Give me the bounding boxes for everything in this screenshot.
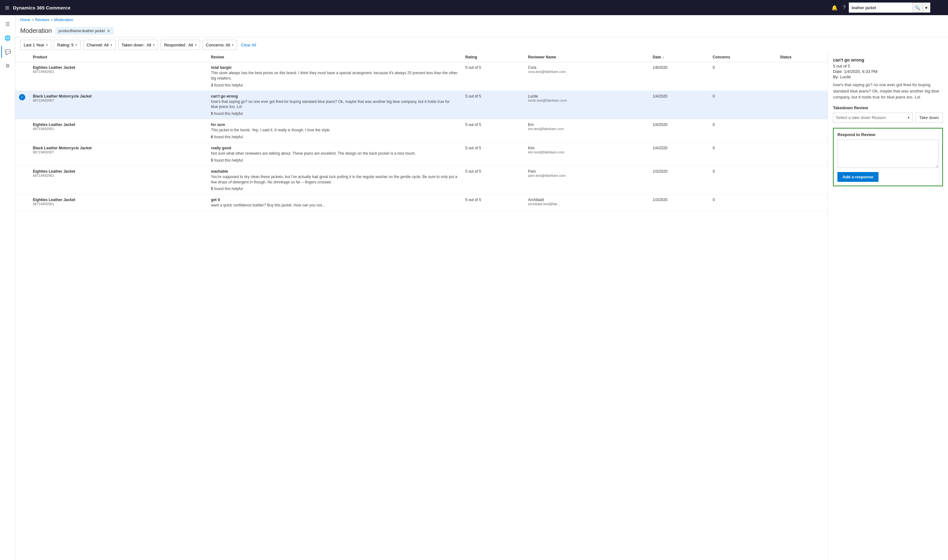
breadcrumb-current[interactable]: Moderation — [54, 18, 73, 22]
responded-filter-chevron: ▾ — [195, 43, 196, 47]
page-header: Moderation productName:leather jacket ✕ — [15, 25, 948, 37]
row-concerns: 0 — [709, 91, 776, 119]
row-product: Black Leather Motorcycle Jacket687194929… — [29, 142, 207, 166]
search-dropdown-button[interactable]: ▾ — [922, 3, 930, 12]
product-id: 68719492901 — [33, 202, 204, 206]
rating-filter-chevron: ▾ — [76, 43, 77, 47]
review-title: get it — [211, 198, 458, 202]
respond-label: Respond to Review — [837, 132, 939, 137]
takedown-button[interactable]: Take down — [915, 113, 943, 123]
breadcrumb: Home > Reviews > Moderation — [15, 15, 948, 25]
th-review: Review — [207, 52, 462, 62]
row-concerns: 0 — [709, 194, 776, 211]
main-content: Home > Reviews > Moderation Moderation p… — [15, 15, 948, 560]
search-input[interactable] — [849, 3, 912, 12]
table-row[interactable]: Eighties Leather Jacket68719492901for su… — [15, 119, 828, 143]
th-check — [15, 52, 29, 62]
review-text: You're supposed to dry clean these jacke… — [211, 174, 458, 185]
respond-button[interactable]: Add a response — [837, 172, 879, 182]
detail-rating: 5 out of 5 — [833, 64, 943, 69]
row-concerns: 0 — [709, 142, 776, 166]
channel-filter-chevron: ▾ — [111, 43, 112, 47]
reviews-sidebar-icon[interactable]: 💬 — [1, 45, 14, 58]
helpful-text: 5 found this helpful — [211, 158, 458, 163]
reviewer-name: Cora — [528, 65, 645, 70]
takendown-filter-label: Taken down : All — [122, 43, 151, 47]
row-reviewer: Coracora.test@fabrikam.com — [524, 62, 649, 91]
row-check[interactable]: ✓ — [15, 91, 29, 119]
filter-tag: productName:leather jacket ✕ — [56, 28, 113, 34]
row-check[interactable] — [15, 166, 29, 194]
row-rating: 5 out of 5 — [462, 194, 524, 211]
th-date[interactable]: Date — [649, 52, 709, 62]
filter-tag-close[interactable]: ✕ — [107, 28, 111, 34]
row-check[interactable] — [15, 142, 29, 166]
row-status — [776, 62, 828, 91]
review-title: can't go wrong — [211, 94, 458, 98]
breadcrumb-reviews[interactable]: Reviews — [35, 18, 49, 22]
breadcrumb-sep2: > — [51, 18, 53, 22]
row-review: washableYou're supposed to dry clean the… — [207, 166, 462, 194]
detail-text: how's that saying go? no one ever got fi… — [833, 82, 943, 100]
reviewer-name: Kim — [528, 146, 645, 150]
table-row[interactable]: Black Leather Motorcycle Jacket687194929… — [15, 142, 828, 166]
detail-title: can't go wrong — [833, 57, 943, 63]
helpful-text: 6 found this helpful — [211, 135, 458, 139]
channel-filter-label: Channel: All — [86, 43, 108, 47]
detail-by: By: Lucile — [833, 74, 943, 79]
notification-icon[interactable]: 🔔 — [831, 5, 838, 11]
table-container: Product Review Rating Reviewer Name Date… — [15, 52, 948, 560]
help-icon[interactable]: ? — [843, 5, 846, 11]
menu-sidebar-icon[interactable]: ☰ — [1, 18, 14, 30]
table-row[interactable]: Eighties Leather Jacket68719492901get it… — [15, 194, 828, 211]
row-product: Eighties Leather Jacket68719492901 — [29, 62, 207, 91]
reviewer-email: pam.test@fabrikam.com — [528, 174, 645, 177]
table-row[interactable]: ✓Black Leather Motorcycle Jacket68719492… — [15, 91, 828, 119]
table-row[interactable]: Eighties Leather Jacket68719492901total … — [15, 62, 828, 91]
globe-icon[interactable]: 🌐 — [1, 32, 14, 44]
row-date: 1/8/2020 — [649, 62, 709, 91]
row-product: Eighties Leather Jacket68719492901 — [29, 166, 207, 194]
grid-icon[interactable]: ⊞ — [5, 5, 9, 11]
helpful-text: 3 found this helpful — [211, 83, 458, 88]
reviewer-email: kim.test@fabrikam.com — [528, 150, 645, 154]
concerns-filter-button[interactable]: Concerns: All ▾ — [202, 40, 237, 50]
takedown-reason-dropdown[interactable]: Select a take down Reason ▾ — [833, 113, 912, 123]
product-name: Black Leather Motorcycle Jacket — [33, 146, 204, 150]
review-title: really good — [211, 146, 458, 150]
table-row[interactable]: Eighties Leather Jacket68719492901washab… — [15, 166, 828, 194]
concerns-filter-chevron: ▾ — [232, 43, 233, 47]
rating-filter-button[interactable]: Rating: 5 ▾ — [54, 40, 80, 50]
reviewer-email: cora.test@fabrikam.com — [528, 70, 645, 74]
row-review: really goodNot sure what other reviewers… — [207, 142, 462, 166]
takendown-filter-button[interactable]: Taken down : All ▾ — [118, 40, 158, 50]
date-filter-button[interactable]: Last 1 Year ▾ — [20, 40, 51, 50]
review-text: Not sure what other reviewers are talkin… — [211, 151, 458, 156]
row-check[interactable] — [15, 194, 29, 211]
channel-filter-button[interactable]: Channel: All ▾ — [83, 40, 115, 50]
takedown-section: Takedown Review Select a take down Reaso… — [833, 105, 943, 123]
respond-textarea[interactable] — [837, 140, 939, 168]
reviewer-email: lucile.test@fabrikam.com — [528, 98, 645, 102]
app-title: Dynamics 365 Commerce — [13, 5, 828, 11]
row-check[interactable] — [15, 62, 29, 91]
takendown-filter-chevron: ▾ — [153, 43, 154, 47]
row-date: 1/4/2020 — [649, 119, 709, 143]
product-name: Eighties Leather Jacket — [33, 169, 204, 174]
row-status — [776, 194, 828, 211]
row-rating: 5 out of 5 — [462, 119, 524, 143]
row-check[interactable] — [15, 119, 29, 143]
clear-all-link[interactable]: Clear All — [241, 43, 256, 47]
reviewer-name: Em — [528, 123, 645, 127]
product-name: Eighties Leather Jacket — [33, 123, 204, 127]
row-reviewer: Kimkim.test@fabrikam.com — [524, 142, 649, 166]
row-rating: 5 out of 5 — [462, 142, 524, 166]
search-button[interactable]: 🔍 — [912, 3, 922, 12]
filter-bar: Last 1 Year ▾ Rating: 5 ▾ Channel: All ▾… — [15, 37, 948, 52]
settings-sidebar-icon[interactable]: ⚙ — [1, 59, 14, 72]
date-filter-chevron: ▾ — [46, 43, 48, 47]
check-circle-icon: ✓ — [19, 94, 25, 100]
breadcrumb-home[interactable]: Home — [20, 18, 30, 22]
responded-filter-button[interactable]: Responded : All ▾ — [161, 40, 200, 50]
row-concerns: 0 — [709, 62, 776, 91]
